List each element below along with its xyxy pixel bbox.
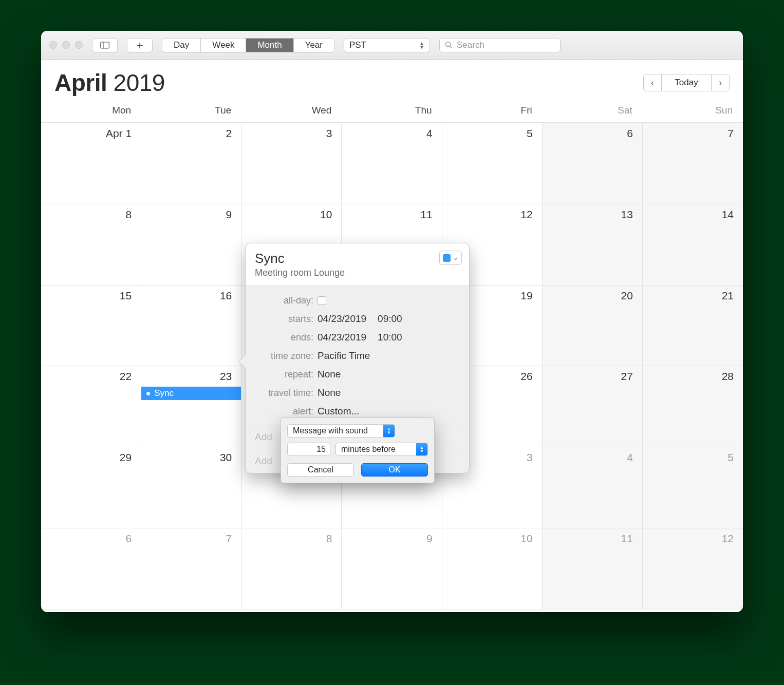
weekday-header: Sat bbox=[543, 100, 643, 122]
weekday-header: Tue bbox=[141, 100, 241, 122]
all-day-checkbox[interactable] bbox=[318, 296, 326, 305]
day-number: 28 bbox=[646, 370, 734, 383]
day-number: 8 bbox=[245, 532, 332, 545]
timezone-field[interactable]: Pacific Time bbox=[318, 350, 370, 361]
start-time-field[interactable]: 09:00 bbox=[378, 313, 402, 325]
day-cell[interactable]: 8 bbox=[41, 204, 141, 286]
day-number: 12 bbox=[646, 532, 734, 545]
calendar-color-select[interactable]: ⌄ bbox=[439, 251, 462, 265]
travel-time-field[interactable]: None bbox=[318, 387, 341, 398]
toolbar: ＋ Day Week Month Year PST ▲▼ Search bbox=[41, 31, 743, 60]
day-cell[interactable]: 23Sync bbox=[141, 366, 241, 447]
cancel-button[interactable]: Cancel bbox=[287, 463, 354, 477]
day-cell[interactable]: 22 bbox=[41, 366, 141, 447]
view-week-button[interactable]: Week bbox=[201, 39, 246, 52]
day-cell[interactable]: 10 bbox=[442, 528, 543, 610]
ok-button[interactable]: OK bbox=[361, 463, 428, 477]
view-month-button[interactable]: Month bbox=[246, 39, 293, 52]
day-number: 9 bbox=[144, 208, 232, 221]
zoom-window-button[interactable] bbox=[75, 41, 83, 49]
toggle-sidebar-button[interactable] bbox=[92, 38, 118, 52]
day-cell[interactable]: 8 bbox=[241, 528, 342, 610]
day-cell[interactable]: 7 bbox=[643, 123, 743, 204]
day-number: 4 bbox=[546, 451, 633, 464]
day-cell[interactable]: 20 bbox=[543, 286, 643, 367]
day-number: 16 bbox=[144, 290, 232, 302]
day-number: 10 bbox=[445, 532, 533, 545]
view-day-button[interactable]: Day bbox=[162, 39, 201, 52]
day-number: 3 bbox=[245, 127, 332, 140]
alert-unit-value: minutes before bbox=[341, 445, 396, 454]
event-bullet-icon bbox=[146, 392, 150, 395]
day-number: 7 bbox=[144, 532, 232, 545]
timezone-select[interactable]: PST ▲▼ bbox=[344, 38, 430, 52]
day-number: 7 bbox=[646, 127, 734, 140]
day-cell[interactable]: 21 bbox=[643, 286, 743, 367]
day-number: 4 bbox=[345, 127, 432, 140]
month-header: April 2019 ‹ Today › bbox=[41, 60, 743, 100]
event-location[interactable]: Meeting room Lounge bbox=[255, 268, 460, 278]
event-pill[interactable]: Sync bbox=[141, 387, 241, 400]
select-stepper-icon: ▲▼ bbox=[383, 425, 395, 437]
today-button[interactable]: Today bbox=[662, 74, 711, 91]
day-cell[interactable]: 29 bbox=[41, 447, 141, 528]
day-cell[interactable]: 2 bbox=[141, 123, 241, 204]
prev-month-button[interactable]: ‹ bbox=[643, 74, 662, 91]
day-cell[interactable]: 4 bbox=[342, 123, 442, 204]
day-cell[interactable]: 14 bbox=[643, 204, 743, 286]
weekday-header: Mon bbox=[41, 100, 141, 122]
calendar-window: ＋ Day Week Month Year PST ▲▼ Search Apri… bbox=[41, 31, 743, 612]
weekday-header: Wed bbox=[241, 100, 342, 122]
day-cell[interactable]: 6 bbox=[41, 528, 141, 610]
day-cell[interactable]: 5 bbox=[643, 447, 743, 528]
alert-type-select[interactable]: Message with sound ▲▼ bbox=[287, 424, 395, 437]
day-cell[interactable]: 7 bbox=[141, 528, 241, 610]
popover-arrow-icon bbox=[239, 354, 246, 369]
add-event-button[interactable]: ＋ bbox=[127, 38, 153, 52]
day-cell[interactable]: 5 bbox=[442, 123, 543, 204]
day-cell[interactable]: 16 bbox=[141, 286, 241, 367]
timezone-value: PST bbox=[349, 40, 366, 50]
window-controls bbox=[49, 41, 83, 49]
day-cell[interactable]: 27 bbox=[543, 366, 643, 447]
day-cell[interactable]: Apr 1 bbox=[41, 123, 141, 204]
search-field[interactable]: Search bbox=[439, 38, 561, 52]
page-title: April 2019 bbox=[54, 69, 165, 97]
event-title[interactable]: Sync bbox=[255, 251, 460, 267]
day-number: 9 bbox=[345, 532, 432, 545]
repeat-field[interactable]: None bbox=[318, 369, 341, 380]
next-month-button[interactable]: › bbox=[711, 74, 730, 91]
select-stepper-icon: ▲▼ bbox=[416, 443, 427, 455]
day-cell[interactable]: 11 bbox=[543, 528, 643, 610]
day-cell[interactable]: 12 bbox=[643, 528, 743, 610]
day-cell[interactable]: 6 bbox=[543, 123, 643, 204]
popover-header: Sync Meeting room Lounge ⌄ bbox=[246, 243, 469, 286]
svg-line-3 bbox=[450, 46, 452, 48]
weekday-header: Thu bbox=[342, 100, 442, 122]
day-cell[interactable]: 9 bbox=[342, 528, 442, 610]
travel-time-label: travel time: bbox=[255, 388, 318, 398]
close-window-button[interactable] bbox=[49, 41, 57, 49]
day-cell[interactable]: 9 bbox=[141, 204, 241, 286]
day-cell[interactable]: 3 bbox=[241, 123, 342, 204]
alert-label: alert: bbox=[255, 406, 318, 417]
day-cell[interactable]: 13 bbox=[543, 204, 643, 286]
weekday-header: Fri bbox=[442, 100, 543, 122]
alert-field[interactable]: Custom... bbox=[318, 406, 359, 417]
starts-label: starts: bbox=[255, 314, 318, 325]
day-cell[interactable]: 30 bbox=[141, 447, 241, 528]
end-time-field[interactable]: 10:00 bbox=[378, 332, 402, 343]
minimize-window-button[interactable] bbox=[62, 41, 70, 49]
day-number: 15 bbox=[44, 290, 132, 302]
search-icon bbox=[445, 41, 453, 49]
day-cell[interactable]: 28 bbox=[643, 366, 743, 447]
start-date-field[interactable]: 04/23/2019 bbox=[318, 313, 366, 325]
view-year-button[interactable]: Year bbox=[294, 39, 334, 52]
alert-amount-input[interactable]: 15 bbox=[287, 443, 330, 456]
day-cell[interactable]: 4 bbox=[543, 447, 643, 528]
end-date-field[interactable]: 04/23/2019 bbox=[318, 332, 366, 343]
day-number: 5 bbox=[445, 127, 533, 140]
alert-unit-select[interactable]: minutes before ▲▼ bbox=[335, 443, 428, 456]
timezone-label: time zone: bbox=[255, 351, 318, 361]
day-cell[interactable]: 15 bbox=[41, 286, 141, 367]
